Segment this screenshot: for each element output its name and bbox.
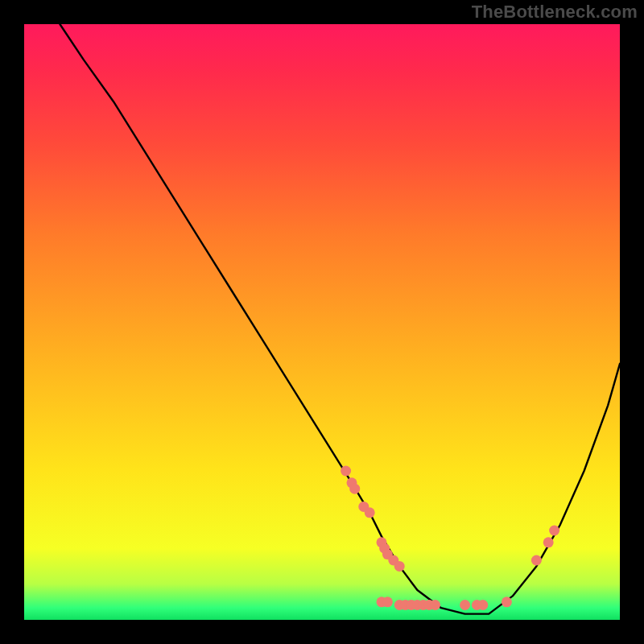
marker-valley-10 — [460, 600, 470, 610]
marker-group — [341, 466, 559, 611]
marker-left-upper-1 — [341, 466, 351, 477]
marker-right-up-1 — [531, 555, 542, 566]
marker-right-up-2 — [543, 537, 554, 547]
marker-low-5 — [394, 561, 405, 572]
marker-valley-2 — [382, 597, 393, 607]
marker-left-mid-2 — [365, 507, 375, 518]
chart-frame: TheBottleneck.com — [0, 0, 644, 644]
curve-svg — [24, 24, 620, 620]
plot-area — [24, 24, 620, 620]
bottleneck-curve — [60, 24, 620, 614]
watermark-text: TheBottleneck.com — [472, 2, 638, 23]
marker-right-up-3 — [549, 526, 559, 536]
marker-valley-9 — [430, 600, 440, 610]
marker-left-upper-3 — [349, 484, 360, 494]
marker-valley-13 — [502, 597, 512, 607]
marker-valley-12 — [477, 600, 488, 610]
